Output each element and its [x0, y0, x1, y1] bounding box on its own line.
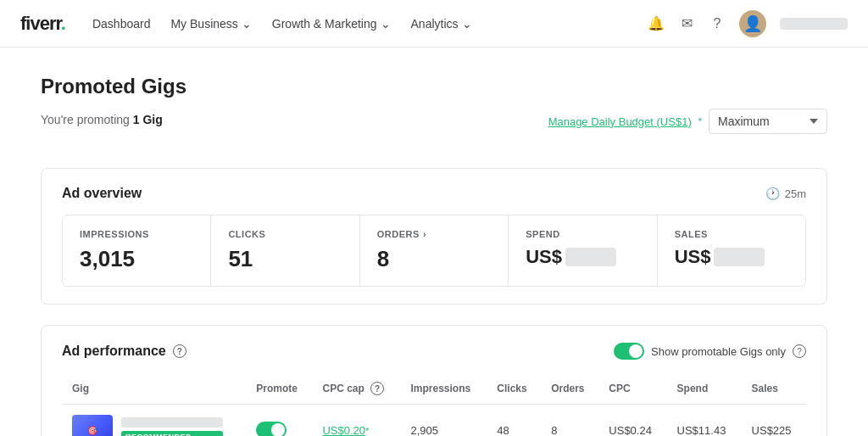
- logo[interactable]: fiverr.: [20, 13, 65, 35]
- gig-count: 1 Gig: [133, 113, 163, 126]
- orders-value[interactable]: 8: [377, 246, 491, 272]
- stat-impressions: IMPRESSIONS 3,015: [63, 215, 211, 286]
- impressions-label: IMPRESSIONS: [80, 229, 193, 239]
- stats-row: IMPRESSIONS 3,015 CLICKS 51 ORDERS › 8: [62, 215, 806, 287]
- row1-impressions: 2,905: [400, 405, 487, 437]
- row1-cpc-cap-link[interactable]: US$0.20: [322, 424, 365, 437]
- col-gig: Gig: [62, 373, 246, 405]
- show-promotable-label: Show promotable Gigs only: [651, 345, 786, 358]
- table-row: 🎯 RECOMMENDED US$0.20*: [62, 405, 806, 437]
- stat-clicks: CLICKS 51: [211, 215, 359, 286]
- time-label: 25m: [785, 187, 806, 200]
- ad-performance-help-icon[interactable]: ?: [173, 344, 186, 358]
- col-orders: Orders: [541, 373, 598, 405]
- show-promotable-help-icon[interactable]: ?: [793, 344, 806, 358]
- main-content: Promoted Gigs You're promoting 1 Gig Man…: [0, 48, 868, 436]
- navbar: fiverr. Dashboard My Business ⌄ Growth &…: [0, 0, 868, 48]
- row1-clicks: 48: [487, 405, 541, 437]
- col-clicks: Clicks: [487, 373, 541, 405]
- row1-recommended-badge: RECOMMENDED: [121, 431, 223, 436]
- username-placeholder: [780, 18, 848, 30]
- stat-orders: ORDERS › 8: [360, 215, 509, 286]
- ad-performance-title: Ad performance ?: [62, 344, 186, 359]
- time-badge: 🕐 25m: [765, 187, 806, 200]
- sales-label: SALES: [675, 229, 788, 239]
- spend-value: US$: [526, 246, 639, 268]
- spend-label: SPEND: [526, 229, 639, 239]
- table-body: 🎯 RECOMMENDED US$0.20*: [62, 405, 806, 437]
- impressions-value: 3,015: [80, 246, 193, 272]
- help-icon[interactable]: ?: [709, 15, 726, 32]
- stat-spend: SPEND US$: [509, 215, 657, 286]
- subtitle: You're promoting 1 Gig: [41, 113, 163, 126]
- cpc-cap-help-icon[interactable]: ?: [370, 382, 384, 395]
- sales-value: US$: [675, 246, 788, 268]
- show-promotable-toggle-row: Show promotable Gigs only ?: [614, 343, 806, 360]
- chevron-down-icon: ⌄: [242, 17, 252, 31]
- row1-gig-info: 🎯 RECOMMENDED: [72, 415, 236, 436]
- card-header: Ad overview 🕐 25m: [62, 186, 806, 201]
- row1-gig-cell: 🎯 RECOMMENDED: [62, 405, 246, 437]
- col-spend: Spend: [667, 373, 742, 405]
- logo-text: fiverr: [20, 13, 61, 34]
- col-sales: Sales: [742, 373, 806, 405]
- row1-gig-thumb: 🎯: [72, 415, 113, 436]
- clock-icon: 🕐: [765, 187, 780, 200]
- col-impressions: Impressions: [400, 373, 487, 405]
- table-header-row: Gig Promote CPC cap ? Impressions Clicks…: [62, 373, 806, 405]
- chevron-down-icon: ⌄: [462, 17, 472, 31]
- row1-spend: US$11.43: [667, 405, 742, 437]
- nav-my-business[interactable]: My Business ⌄: [170, 17, 251, 31]
- row1-gig-image: 🎯: [72, 415, 113, 436]
- clicks-value: 51: [228, 246, 342, 272]
- budget-row: Manage Daily Budget (US$1)* Maximum Cust…: [548, 109, 827, 134]
- nav-growth-marketing[interactable]: Growth & Marketing ⌄: [272, 17, 391, 31]
- budget-asterisk: *: [698, 116, 702, 126]
- row1-promote-toggle[interactable]: [256, 422, 287, 436]
- row1-orders: 8: [541, 405, 598, 437]
- nav-links: Dashboard My Business ⌄ Growth & Marketi…: [92, 17, 648, 31]
- row1-gig-title: [121, 417, 223, 428]
- spend-blurred: [565, 248, 616, 266]
- sales-blurred: [714, 248, 765, 266]
- ad-overview-title: Ad overview: [62, 186, 142, 201]
- table-header: Gig Promote CPC cap ? Impressions Clicks…: [62, 373, 806, 405]
- page-title: Promoted Gigs: [41, 75, 827, 98]
- clicks-label: CLICKS: [228, 229, 342, 239]
- mail-icon[interactable]: ✉: [678, 15, 695, 32]
- orders-label: ORDERS ›: [377, 229, 491, 239]
- col-cpc-cap: CPC cap ?: [312, 373, 400, 405]
- row1-sales: US$225: [742, 405, 806, 437]
- show-promotable-toggle[interactable]: [614, 343, 644, 360]
- budget-select[interactable]: Maximum Custom: [709, 109, 827, 134]
- stat-sales: SALES US$: [658, 215, 805, 286]
- section-header: Ad performance ? Show promotable Gigs on…: [62, 343, 806, 360]
- row1-gig-details: RECOMMENDED: [121, 417, 223, 436]
- row1-cpc: US$0.24: [598, 405, 666, 437]
- manage-budget-link[interactable]: Manage Daily Budget (US$1): [548, 115, 692, 128]
- orders-chevron-icon: ›: [423, 229, 426, 239]
- col-cpc: CPC: [598, 373, 666, 405]
- col-promote: Promote: [246, 373, 312, 405]
- avatar[interactable]: 👤: [739, 10, 766, 37]
- ad-performance-card: Ad performance ? Show promotable Gigs on…: [41, 325, 827, 436]
- chevron-down-icon: ⌄: [381, 17, 391, 31]
- nav-analytics[interactable]: Analytics ⌄: [411, 17, 472, 31]
- row1-cpc-cap-cell: US$0.20*: [312, 405, 400, 437]
- ad-overview-card: Ad overview 🕐 25m IMPRESSIONS 3,015 CLIC…: [41, 168, 827, 305]
- nav-icons: 🔔 ✉ ? 👤: [648, 10, 848, 37]
- performance-table: Gig Promote CPC cap ? Impressions Clicks…: [62, 373, 806, 436]
- bell-icon[interactable]: 🔔: [648, 15, 665, 32]
- row1-promote-cell: [246, 405, 312, 437]
- nav-dashboard[interactable]: Dashboard: [92, 17, 151, 31]
- logo-dot: .: [61, 13, 65, 34]
